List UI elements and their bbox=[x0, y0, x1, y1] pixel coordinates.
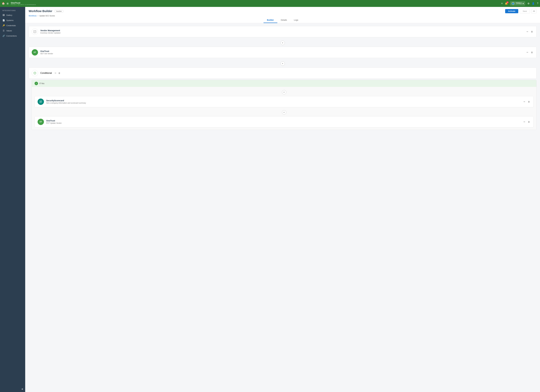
onetrust2-card-actions: ✏ 🗑 bbox=[523, 120, 530, 123]
onetrust2-icon: OT bbox=[38, 119, 44, 125]
vendor-delete-button[interactable]: 🗑 bbox=[530, 30, 534, 33]
tab-logs[interactable]: Logs bbox=[290, 17, 302, 23]
onetrust1-card-info: OneTrust GET Get Vendor bbox=[40, 50, 524, 55]
onetrust1-delete-button[interactable]: 🗑 bbox=[530, 51, 534, 54]
sidebar-item-label-values: Values bbox=[6, 30, 12, 32]
branch-add-step-button-2[interactable]: + bbox=[282, 110, 286, 114]
scorecard-edit-button[interactable]: ✏ bbox=[523, 100, 526, 103]
step-vendor-management: Vendor Management Inventory Vendor Updat… bbox=[29, 26, 536, 37]
list-icon[interactable]: ≡ bbox=[501, 2, 503, 5]
onetrust2-delete-button[interactable]: 🗑 bbox=[527, 120, 530, 123]
content-area: Workflow Builder Inactive Activate Save … bbox=[25, 7, 540, 392]
conditional-card-actions: ✏ 🗑 bbox=[54, 71, 61, 75]
save-button[interactable]: Save bbox=[520, 9, 530, 13]
branch-label: If Yes bbox=[40, 82, 44, 85]
title-row: Workflow Builder Inactive Activate Save … bbox=[29, 9, 536, 13]
sidebar-item-label-gallery: Gallery bbox=[6, 14, 12, 16]
onetrust2-edit-button[interactable]: ✏ bbox=[523, 120, 526, 123]
sidebar: INTEGRATIONS 🖼 Gallery 📄 Systems 🔑 Crede… bbox=[0, 7, 25, 392]
conditional-edit-button[interactable]: ✏ bbox=[54, 71, 57, 75]
breadcrumb-parent[interactable]: Workflows bbox=[29, 15, 37, 17]
conditional-card-title: Conditional bbox=[40, 72, 52, 74]
nav-icons: ≡ 🔔 6 👥 TPRX ▾ ⚙ 👤 ? bbox=[501, 1, 538, 6]
step-conditional: Conditional ✏ 🗑 ✓ If Yes bbox=[29, 68, 536, 130]
user-area[interactable]: 👥 TPRX ▾ bbox=[510, 1, 525, 6]
content-header: Workflow Builder Inactive Activate Save … bbox=[25, 7, 540, 23]
vendor-edit-button[interactable]: ✏ bbox=[526, 30, 529, 33]
onetrust1-icon: OT bbox=[32, 49, 38, 55]
scorecard-card-info: SecurityScorecard Get a company informat… bbox=[46, 99, 521, 104]
chevron-down-icon: ▾ bbox=[523, 2, 524, 5]
branch-header: ✓ If Yes bbox=[32, 80, 536, 87]
branch-content: + Sec bbox=[32, 87, 536, 130]
vendor-management-icon bbox=[32, 29, 38, 35]
breadcrumb-separator: > bbox=[37, 15, 38, 17]
sidebar-item-gallery[interactable]: 🖼 Gallery bbox=[0, 13, 25, 18]
onetrust2-card-title: OneTrust bbox=[46, 120, 521, 122]
onetrust1-card-title: OneTrust bbox=[40, 50, 524, 52]
sidebar-item-systems[interactable]: 📄 Systems bbox=[0, 18, 25, 23]
sidebar-item-values[interactable]: ☰ Values bbox=[0, 28, 25, 33]
top-navigation: 🏠 ⊞ OneTrust PRIVACY, SECURITY & GOVERNA… bbox=[0, 0, 540, 7]
workflow-card-onetrust1: OT OneTrust GET Get Vendor ✏ 🗑 bbox=[29, 47, 536, 58]
onetrust2-card-info: OneTrust PUT Update Vendor bbox=[46, 120, 521, 124]
home-icon[interactable]: 🏠 bbox=[2, 2, 5, 5]
header-actions: Activate Save ••• bbox=[505, 9, 536, 13]
sidebar-item-label-credentials: Credentials bbox=[6, 24, 16, 27]
tab-builder[interactable]: Builder bbox=[264, 17, 277, 23]
sidebar-collapse-button[interactable]: ◀ bbox=[0, 386, 25, 392]
builder-area: Vendor Management Inventory Vendor Updat… bbox=[25, 23, 540, 392]
vendor-card-title: Vendor Management bbox=[40, 29, 524, 32]
breadcrumb-current: Update SCC Scores bbox=[39, 15, 55, 17]
brand-subtitle: PRIVACY, SECURITY & GOVERNANCE bbox=[11, 4, 36, 5]
branch-check-icon: ✓ bbox=[35, 82, 38, 85]
workflow-card-scorecard: SecurityScorecard Get a company informat… bbox=[35, 96, 534, 107]
svg-point-3 bbox=[35, 72, 36, 73]
vendor-card-info: Vendor Management Inventory Vendor Updat… bbox=[40, 29, 524, 34]
brand-name: OneTrust bbox=[11, 2, 36, 4]
breadcrumb: Workflows > Update SCC Scores bbox=[29, 15, 536, 17]
scorecard-icon bbox=[38, 98, 44, 105]
help-icon[interactable]: ? bbox=[537, 2, 538, 5]
sidebar-item-label-systems: Systems bbox=[6, 19, 14, 21]
onetrust2-card-subtitle: PUT Update Vendor bbox=[46, 122, 521, 124]
values-icon: ☰ bbox=[2, 29, 5, 32]
scorecard-delete-button[interactable]: 🗑 bbox=[527, 100, 530, 103]
add-step-button-2[interactable]: + bbox=[280, 61, 285, 66]
add-step-button-1[interactable]: + bbox=[280, 41, 285, 45]
tab-details[interactable]: Details bbox=[277, 17, 290, 23]
branch-if-yes-container: ✓ If Yes + bbox=[31, 80, 536, 130]
activate-button[interactable]: Activate bbox=[505, 9, 518, 13]
sidebar-section-label: INTEGRATIONS bbox=[0, 8, 25, 13]
user-label: TPRX bbox=[515, 2, 522, 5]
brand-logo: OneTrust PRIVACY, SECURITY & GOVERNANCE bbox=[11, 2, 36, 5]
scorecard-card-actions: ✏ 🗑 bbox=[523, 100, 530, 103]
workflow-card-onetrust2: OT OneTrust PUT Update Vendor ✏ 🗑 bbox=[35, 116, 534, 127]
credentials-icon: 🔑 bbox=[2, 24, 5, 27]
gear-icon[interactable]: ⚙ bbox=[527, 2, 530, 5]
sidebar-item-credentials[interactable]: 🔑 Credentials bbox=[0, 23, 25, 28]
more-button[interactable]: ••• bbox=[531, 9, 536, 13]
onetrust1-card-subtitle: GET Get Vendor bbox=[40, 53, 524, 55]
user-team-icon: 👥 bbox=[511, 2, 515, 5]
person-icon[interactable]: 👤 bbox=[532, 2, 535, 5]
tabs: Builder Details Logs bbox=[29, 17, 536, 23]
grid-icon[interactable]: ⊞ bbox=[7, 2, 9, 5]
conditional-delete-button[interactable]: 🗑 bbox=[58, 71, 61, 75]
notification-badge: 6 bbox=[506, 1, 509, 4]
conditional-icon bbox=[32, 70, 38, 76]
sidebar-item-connections[interactable]: 🔗 Connections bbox=[0, 33, 25, 38]
add-step-1: + bbox=[29, 39, 536, 47]
step-onetrust-1: OT OneTrust GET Get Vendor ✏ 🗑 bbox=[29, 47, 536, 58]
conditional-card: Conditional ✏ 🗑 bbox=[29, 68, 536, 79]
systems-icon: 📄 bbox=[2, 19, 5, 21]
add-step-2: + bbox=[29, 60, 536, 68]
branch-if-yes: ✓ If Yes + bbox=[31, 80, 536, 130]
onetrust1-edit-button[interactable]: ✏ bbox=[526, 51, 529, 54]
bell-icon[interactable]: 🔔 6 bbox=[505, 2, 508, 5]
workflow-card-vendor: Vendor Management Inventory Vendor Updat… bbox=[29, 26, 536, 37]
branch-add-step-button-1[interactable]: + bbox=[282, 90, 286, 94]
branch-add-step-2: + bbox=[35, 108, 534, 116]
scorecard-card-title: SecurityScorecard bbox=[46, 99, 521, 102]
gallery-icon: 🖼 bbox=[2, 14, 5, 16]
